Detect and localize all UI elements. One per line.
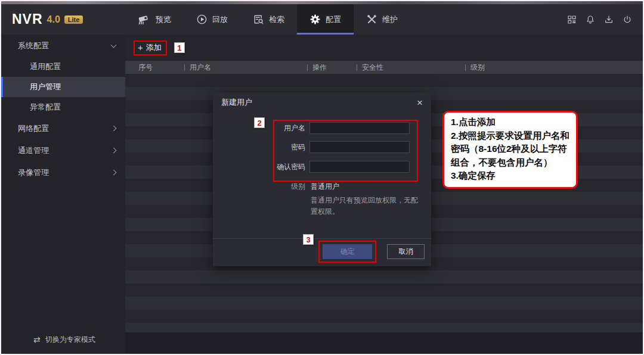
confirm-password-input[interactable] bbox=[309, 161, 410, 173]
item-label: 通用配置 bbox=[30, 61, 125, 72]
add-button-label: 添加 bbox=[146, 42, 162, 53]
column-header-username: 用户名 bbox=[184, 63, 307, 73]
playback-icon bbox=[196, 14, 208, 25]
sidebar-group-system-config[interactable]: 系统配置 bbox=[1, 35, 125, 57]
cancel-button[interactable]: 取消 bbox=[387, 244, 425, 259]
confirm-password-field-row: 确认密码 bbox=[274, 161, 416, 173]
chevron-right-icon bbox=[111, 170, 117, 176]
chevron-right-icon bbox=[111, 148, 117, 154]
sidebar-item-general-config[interactable]: 通用配置 bbox=[1, 57, 125, 77]
group-label: 录像管理 bbox=[18, 167, 112, 178]
annotation-line: 2.按照提示要求设置用户名和密码（8-16位2种及以上字符组合，不要包含用户名） bbox=[451, 129, 571, 170]
tab-search[interactable]: 检索 bbox=[240, 4, 297, 35]
user-toolbar: + 添加 1 bbox=[125, 35, 643, 61]
dialog-divider bbox=[213, 238, 431, 239]
permission-note: 普通用户只有预览回放权限，无配置权限。 bbox=[311, 195, 422, 217]
download-icon[interactable] bbox=[604, 15, 614, 24]
tab-label: 预览 bbox=[156, 14, 171, 25]
username-label: 用户名 bbox=[274, 123, 305, 133]
app-logo: NVR 4.0 Lite bbox=[1, 4, 125, 35]
swap-arrows-icon: ⇄ bbox=[33, 335, 41, 344]
power-icon[interactable] bbox=[623, 15, 632, 24]
new-user-dialog: 新建用户 × 用户名 密码 确认密码 2 级别 普通用户 普通用户只有预览回放权… bbox=[213, 92, 431, 266]
item-label: 用户管理 bbox=[30, 82, 125, 92]
brand-text: NVR bbox=[12, 11, 43, 27]
username-input[interactable] bbox=[309, 122, 410, 134]
config-sidebar: 系统配置 通用配置 用户管理 异常配置 网络配置 通道管理 录像管理 bbox=[1, 35, 125, 354]
chevron-down-icon bbox=[111, 42, 117, 48]
add-user-button[interactable]: + 添加 bbox=[134, 41, 167, 55]
annotation-line: 1.点击添加 bbox=[451, 116, 571, 129]
tab-label: 回放 bbox=[212, 14, 228, 25]
gear-icon bbox=[309, 14, 321, 25]
panel-footer-area bbox=[125, 332, 643, 354]
switch-expert-mode-button[interactable]: ⇄ 切换为专家模式 bbox=[1, 330, 125, 349]
version-text: 4.0 bbox=[47, 14, 60, 25]
tab-maintenance[interactable]: 维护 bbox=[354, 4, 410, 35]
tab-playback[interactable]: 回放 bbox=[184, 4, 240, 35]
column-header-level: 级别 bbox=[465, 63, 643, 73]
sidebar-item-exception-config[interactable]: 异常配置 bbox=[1, 97, 125, 117]
item-label: 异常配置 bbox=[30, 102, 125, 113]
tab-preview[interactable]: 预览 bbox=[125, 4, 184, 35]
step-3-badge: 3 bbox=[303, 234, 314, 245]
password-label: 密码 bbox=[274, 142, 305, 152]
column-header-index: 序号 bbox=[138, 63, 184, 73]
sidebar-item-user-management[interactable]: 用户管理 bbox=[1, 77, 125, 97]
annotation-line: 3.确定保存 bbox=[451, 169, 571, 183]
password-input[interactable] bbox=[309, 141, 410, 153]
level-label: 级别 bbox=[274, 182, 305, 192]
tab-config[interactable]: 配置 bbox=[297, 4, 354, 35]
nvr-app-window: NVR 4.0 Lite 预览 回放 检索 bbox=[0, 0, 644, 355]
group-label: 网络配置 bbox=[18, 123, 112, 134]
sidebar-group-channel-management[interactable]: 通道管理 bbox=[1, 139, 125, 161]
plus-icon: + bbox=[138, 43, 143, 51]
group-label: 通道管理 bbox=[18, 145, 112, 156]
ok-button[interactable]: 确定 bbox=[323, 244, 372, 259]
column-header-security: 安全性 bbox=[357, 63, 465, 73]
column-header-operation: 操作 bbox=[307, 63, 357, 73]
step-2-badge: 2 bbox=[254, 117, 265, 128]
level-row: 级别 普通用户 bbox=[274, 182, 339, 192]
level-value: 普通用户 bbox=[311, 182, 339, 192]
dialog-title: 新建用户 bbox=[221, 97, 252, 108]
instruction-annotation: 1.点击添加 2.按照提示要求设置用户名和密码（8-16位2种及以上字符组合，不… bbox=[442, 111, 578, 189]
confirm-password-label: 确认密码 bbox=[274, 162, 305, 172]
group-label: 系统配置 bbox=[18, 41, 112, 51]
sidebar-group-network-config[interactable]: 网络配置 bbox=[1, 117, 125, 139]
camera-icon bbox=[138, 14, 151, 25]
password-field-row: 密码 bbox=[274, 141, 416, 153]
close-icon[interactable]: × bbox=[417, 98, 423, 108]
dialog-header: 新建用户 × bbox=[213, 92, 431, 113]
top-navigation-bar: NVR 4.0 Lite 预览 回放 检索 bbox=[1, 4, 643, 35]
edition-badge: Lite bbox=[64, 15, 83, 24]
chevron-right-icon bbox=[111, 126, 117, 132]
sidebar-group-record-management[interactable]: 录像管理 bbox=[1, 161, 125, 183]
step-1-badge: 1 bbox=[174, 42, 185, 53]
user-table-header: 序号 用户名 操作 安全性 级别 bbox=[125, 61, 643, 74]
tab-label: 维护 bbox=[382, 14, 398, 25]
tab-label: 配置 bbox=[326, 14, 341, 25]
search-icon bbox=[253, 14, 264, 25]
main-tabs: 预览 回放 检索 配置 bbox=[125, 4, 410, 35]
switch-expert-mode-label: 切换为专家模式 bbox=[45, 335, 95, 345]
bell-icon[interactable] bbox=[586, 15, 595, 24]
qr-code-icon[interactable] bbox=[567, 15, 577, 24]
tools-icon bbox=[366, 14, 377, 25]
topbar-actions bbox=[567, 4, 643, 35]
username-field-row: 用户名 bbox=[274, 122, 416, 134]
tab-label: 检索 bbox=[269, 14, 284, 25]
